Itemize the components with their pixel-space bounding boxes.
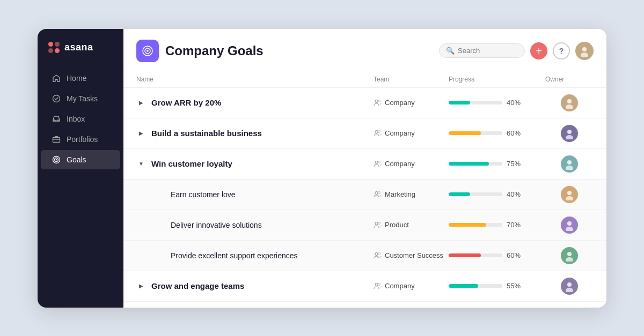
team-cell: Company <box>374 99 449 107</box>
svg-point-25 <box>566 196 573 200</box>
goal-name: Grow ARR by 20% <box>151 98 221 107</box>
svg-point-10 <box>375 100 378 103</box>
home-icon <box>52 73 61 83</box>
team-cell: Product <box>374 221 449 229</box>
team-name: Company <box>385 99 415 107</box>
svg-point-0 <box>53 95 60 102</box>
sidebar-item-goals[interactable]: Goals <box>41 150 120 169</box>
progress-pct: 60% <box>507 251 524 259</box>
page-title: Company Goals <box>165 43 433 58</box>
svg-point-14 <box>375 131 378 133</box>
avatar <box>561 186 578 203</box>
progress-bar-bg <box>449 284 502 288</box>
goal-name-cell: ▶ Grow ARR by 20% <box>136 98 374 108</box>
team-name: Product <box>385 221 409 229</box>
progress-cell: 40% <box>449 190 545 198</box>
svg-point-30 <box>375 253 378 256</box>
expand-button[interactable]: ▼ <box>136 159 146 169</box>
avatar <box>561 125 578 142</box>
table-row[interactable]: Deliver innovative solutions Product 70% <box>123 210 606 241</box>
table-row[interactable]: Earn customer love Marketing 40% <box>123 180 606 210</box>
progress-pct: 55% <box>507 282 524 290</box>
table-body: ▶ Grow ARR by 20% Company 40% <box>123 88 606 302</box>
team-icon <box>374 282 382 290</box>
goal-name-cell: Earn customer love <box>156 190 374 199</box>
goal-name-cell: Deliver innovative solutions <box>156 220 374 230</box>
inbox-icon <box>52 114 61 124</box>
expand-button[interactable]: ▶ <box>136 98 146 108</box>
expand-button[interactable]: ▶ <box>136 129 146 138</box>
progress-pct: 60% <box>507 129 524 137</box>
team-icon <box>374 190 382 198</box>
progress-bar-bg <box>449 192 502 196</box>
page-icon <box>136 40 159 62</box>
main-content: Company Goals 🔍 + ? Name <box>123 29 606 308</box>
svg-point-35 <box>378 283 380 286</box>
svg-point-34 <box>375 283 378 286</box>
svg-point-19 <box>378 161 380 163</box>
sidebar-item-label: Goals <box>67 155 86 164</box>
add-button[interactable]: + <box>530 42 547 59</box>
team-name: Marketing <box>385 190 415 198</box>
sidebar-item-home[interactable]: Home <box>41 69 120 88</box>
search-input[interactable] <box>458 47 518 55</box>
col-team: Team <box>374 76 449 83</box>
svg-point-13 <box>566 104 573 109</box>
goal-name-cell: ▼ Win customer loyalty <box>136 159 374 169</box>
table-row[interactable]: ▶ Grow and engage teams Company 55% <box>123 271 606 302</box>
portfolios-icon <box>52 135 61 144</box>
goal-name-cell: Provide excellent support experiences <box>156 251 374 260</box>
progress-cell: 40% <box>449 99 545 107</box>
expand-button <box>156 251 165 260</box>
progress-bar-bg <box>449 223 502 227</box>
progress-cell: 75% <box>449 160 545 168</box>
team-icon <box>374 129 382 137</box>
team-icon <box>374 251 382 259</box>
check-icon <box>52 94 61 103</box>
owner-cell <box>545 247 594 264</box>
avatar <box>561 216 578 234</box>
svg-point-22 <box>375 192 378 195</box>
svg-point-15 <box>378 131 380 133</box>
progress-cell: 60% <box>449 251 545 259</box>
table-row[interactable]: Provide excellent support experiences Cu… <box>123 241 606 271</box>
svg-point-31 <box>378 253 380 255</box>
search-box[interactable]: 🔍 <box>439 43 525 58</box>
progress-bar-bg <box>449 131 502 135</box>
sidebar-item-inbox[interactable]: Inbox <box>41 109 120 129</box>
owner-cell <box>545 94 594 111</box>
sidebar-item-mytasks[interactable]: My Tasks <box>41 89 120 108</box>
avatar <box>561 278 578 295</box>
col-owner: Owner <box>545 76 594 83</box>
sidebar-item-portfolios[interactable]: Portfolios <box>41 130 120 149</box>
sidebar-item-label: My Tasks <box>67 94 98 103</box>
team-name: Customer Success <box>385 251 443 259</box>
owner-cell <box>545 278 594 295</box>
svg-point-23 <box>378 192 380 194</box>
team-cell: Company <box>374 282 449 290</box>
svg-point-37 <box>566 288 573 292</box>
expand-button <box>156 190 165 199</box>
progress-cell: 55% <box>449 282 545 290</box>
progress-bar-fill <box>449 131 481 135</box>
table-row[interactable]: ▼ Win customer loyalty Company 75% <box>123 149 606 180</box>
sidebar: asana Home My Tasks <box>38 29 123 308</box>
table-row[interactable]: ▶ Grow ARR by 20% Company 40% <box>123 88 606 118</box>
table-row[interactable]: ▶ Build a sustainable business Company 6… <box>123 118 606 149</box>
svg-point-11 <box>378 100 380 102</box>
expand-button[interactable]: ▶ <box>136 281 146 291</box>
team-icon <box>374 160 382 168</box>
progress-bar-fill <box>449 253 481 257</box>
avatar <box>561 155 578 173</box>
search-icon: 🔍 <box>446 47 455 55</box>
progress-bar-fill <box>449 223 486 227</box>
progress-bar-fill <box>449 192 470 196</box>
help-button[interactable]: ? <box>553 42 570 59</box>
progress-bar-bg <box>449 253 502 257</box>
owner-cell <box>545 186 594 203</box>
team-cell: Marketing <box>374 190 449 198</box>
svg-point-27 <box>378 222 380 225</box>
goal-name: Provide excellent support experiences <box>171 251 298 260</box>
logo-icon <box>48 42 60 54</box>
sidebar-item-label: Home <box>67 74 86 83</box>
